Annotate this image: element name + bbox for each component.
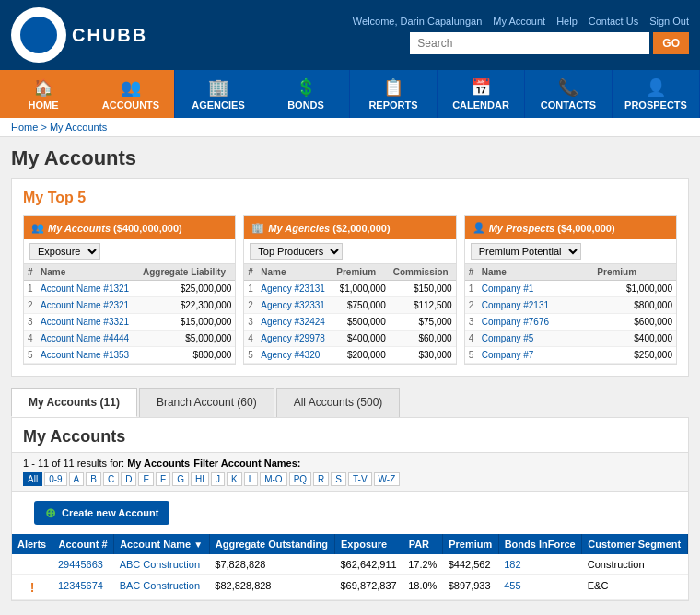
account-link[interactable]: Account Name #4444	[41, 333, 129, 343]
row-commission: $112,500	[390, 297, 456, 314]
account-name-cell: BAC Construction	[114, 575, 210, 600]
nav-prospects-label: PROSPECTS	[624, 99, 687, 110]
filter-letter-j[interactable]: J	[211, 472, 225, 486]
table-row: 29445663 ABC Construction $7,828,828 $62…	[12, 554, 688, 575]
row-premium: $400,000	[332, 331, 389, 347]
filter-letter-s[interactable]: S	[331, 472, 346, 486]
filter-letter-k[interactable]: K	[227, 472, 242, 486]
account-link[interactable]: Account Name #1353	[41, 350, 129, 360]
filter-letter-mo[interactable]: M-O	[260, 472, 286, 486]
bonds-link[interactable]: 455	[504, 580, 520, 591]
top5-card-prospects: 👤 My Prospects ($4,000,000) Premium Pote…	[464, 215, 677, 365]
plus-icon: ⊕	[45, 505, 56, 520]
tab-branch-account[interactable]: Branch Account (60)	[139, 388, 274, 417]
alert-cell: !	[12, 575, 52, 600]
segment-cell: Construction	[582, 554, 688, 575]
filter-label: Filter Account Names:	[193, 458, 300, 469]
col-name: Name	[257, 264, 332, 281]
nav-reports[interactable]: 📋 REPORTS	[350, 70, 438, 118]
filter-letter-a[interactable]: A	[69, 472, 85, 486]
account-num-link[interactable]: 29445663	[58, 559, 103, 570]
account-link[interactable]: Account Name #1321	[41, 284, 129, 294]
card-agencies-header: 🏢 My Agencies ($2,000,000)	[244, 216, 455, 239]
filter-letter-c[interactable]: C	[103, 472, 119, 486]
my-account-link[interactable]: My Account	[493, 16, 545, 27]
row-name: Company #1	[478, 281, 594, 297]
agencies-card-table: # Name Premium Commission 1 Agency #2313…	[244, 264, 455, 364]
filter-letter-r[interactable]: R	[313, 472, 329, 486]
help-link[interactable]: Help	[556, 16, 578, 27]
filter-letter-tv[interactable]: T-V	[348, 472, 372, 486]
filter-letter-d[interactable]: D	[121, 472, 136, 486]
filter-letter-all[interactable]: All	[23, 472, 42, 486]
sign-out-link[interactable]: Sign Out	[649, 16, 689, 27]
account-num-cell: 29445663	[52, 554, 114, 575]
top5-card-accounts: 👥 My Accounts ($400,000,000) Exposure # …	[23, 215, 236, 365]
nav-calendar[interactable]: 📅 CALENDAR	[438, 70, 525, 118]
nav-reports-label: REPORTS	[368, 99, 417, 110]
account-name-link[interactable]: ABC Construction	[120, 559, 200, 570]
search-button[interactable]: GO	[653, 32, 689, 54]
col-num: #	[465, 264, 478, 281]
nav-bonds[interactable]: 💲 BONDS	[262, 70, 350, 118]
agency-link[interactable]: Agency #32331	[261, 300, 325, 310]
filter-letter-hi[interactable]: HI	[191, 472, 209, 486]
filter-letter-f[interactable]: F	[156, 472, 170, 486]
contact-us-link[interactable]: Contact Us	[589, 16, 638, 27]
filter-letter-g[interactable]: G	[172, 472, 189, 486]
prospect-link[interactable]: Company #7	[482, 350, 534, 360]
accounts-tabs: My Accounts (11) Branch Account (60) All…	[11, 388, 689, 417]
row-num: 3	[465, 314, 478, 331]
account-num-link[interactable]: 12345674	[58, 580, 103, 591]
create-account-button[interactable]: ⊕ Create new Account	[34, 501, 169, 525]
nav-contacts[interactable]: 📞 CONTACTS	[525, 70, 612, 118]
prospect-link[interactable]: Company #5	[482, 333, 534, 343]
list-item: 5 Company #7 $250,000	[465, 347, 676, 364]
breadcrumb-home[interactable]: Home	[11, 122, 38, 133]
bonds-link[interactable]: 182	[504, 559, 520, 570]
col-alerts: Alerts	[12, 534, 52, 554]
tab-all-accounts[interactable]: All Accounts (500)	[276, 388, 401, 417]
prospects-card-icon: 👤	[472, 222, 485, 234]
filter-letter-pq[interactable]: PQ	[289, 472, 311, 486]
filter-letter-wz[interactable]: W-Z	[374, 472, 401, 486]
col-account-name: Account Name ▼	[114, 534, 210, 554]
account-name-link[interactable]: BAC Construction	[120, 580, 200, 591]
row-commission: $30,000	[390, 347, 456, 364]
prospect-link[interactable]: Company #2131	[482, 300, 549, 310]
search-input[interactable]	[410, 32, 649, 54]
accounts-dropdown[interactable]: Exposure	[29, 243, 100, 260]
list-item: 2 Company #2131 $800,000	[465, 297, 676, 314]
prospect-link[interactable]: Company #7676	[482, 317, 549, 327]
filter-letters: All0-9ABCDEFGHIJKLM-OPQRST-VW-Z	[23, 472, 400, 486]
agency-link[interactable]: Agency #23131	[261, 284, 325, 294]
agencies-icon: 🏢	[208, 77, 228, 98]
col-premium: Premium	[443, 534, 498, 554]
row-premium: $250,000	[593, 347, 676, 364]
prospects-dropdown[interactable]: Premium Potential	[471, 243, 581, 260]
agency-link[interactable]: Agency #4320	[261, 350, 320, 360]
account-link[interactable]: Account Name #3321	[41, 317, 129, 327]
agency-link[interactable]: Agency #32424	[261, 317, 325, 327]
prospect-link[interactable]: Company #1	[482, 284, 534, 294]
filter-letter-09[interactable]: 0-9	[44, 472, 66, 486]
top5-header: My Top 5	[23, 190, 677, 206]
col-premium: Premium	[332, 264, 389, 281]
tab-my-accounts[interactable]: My Accounts (11)	[11, 388, 137, 417]
row-num: 1	[465, 281, 478, 297]
accounts-panel: My Accounts 1 - 11 of 11 results for: My…	[11, 417, 689, 601]
filter-letter-e[interactable]: E	[138, 472, 154, 486]
filter-letter-b[interactable]: B	[86, 472, 101, 486]
nav-agencies[interactable]: 🏢 AGENCIES	[175, 70, 262, 118]
filter-letter-l[interactable]: L	[244, 472, 259, 486]
agency-link[interactable]: Agency #29978	[261, 333, 325, 343]
nav-prospects[interactable]: 👤 PROSPECTS	[612, 70, 700, 118]
nav-accounts[interactable]: 👥 ACCOUNTS	[88, 70, 175, 118]
agencies-dropdown[interactable]: Top Producers	[250, 243, 343, 260]
row-premium: $800,000	[593, 297, 676, 314]
account-link[interactable]: Account Name #2321	[41, 300, 129, 310]
accounts-card-title: My Accounts ($400,000,000)	[48, 223, 182, 234]
accounts-card-table: # Name Aggregate Liability 1 Account Nam…	[24, 264, 235, 364]
nav-home[interactable]: 🏠 HOME	[0, 70, 88, 118]
nav-bonds-label: BONDS	[287, 99, 324, 110]
